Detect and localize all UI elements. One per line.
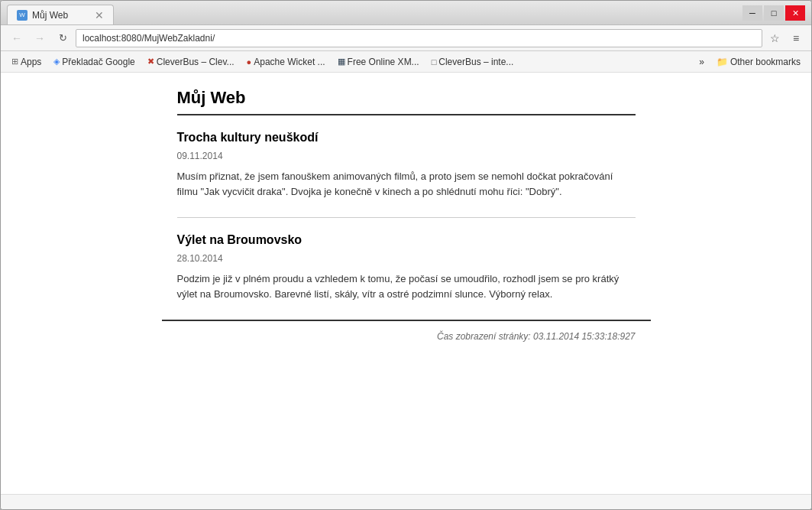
page-content: Můj Web Trocha kultury neuškodí 09.11.20… [1, 73, 811, 494]
chrome-menu-button[interactable]: ≡ [787, 29, 805, 47]
cleverbus2-icon: □ [432, 57, 437, 67]
bookmarks-bar: ⊞ Apps ◈ Překladač Google ✖ CleverBus – … [1, 51, 811, 73]
bookmark-cleverbus1-label: CleverBus – Clev... [157, 57, 235, 67]
bookmark-wicket-label: Apache Wicket ... [254, 57, 325, 67]
forward-button[interactable]: → [30, 29, 50, 47]
article-2: Výlet na Broumovsko 28.10.2014 Podzim je… [177, 233, 636, 301]
article-divider-1 [177, 217, 636, 218]
article-1-body: Musím přiznat, že jsem fanouškem animova… [177, 169, 636, 199]
back-button[interactable]: ← [7, 29, 27, 47]
article-1-title: Trocha kultury neuškodí [177, 131, 636, 145]
bookmark-cleverbus1[interactable]: ✖ CleverBus – Clev... [143, 55, 239, 69]
bookmark-cleverbus2-label: CleverBus – inte... [438, 57, 513, 67]
bookmark-translate[interactable]: ◈ Překladač Google [49, 55, 139, 69]
status-bar [1, 494, 811, 509]
bookmark-cleverbus2[interactable]: □ CleverBus – inte... [427, 55, 519, 69]
bookmark-xml-label: Free Online XM... [348, 57, 419, 67]
bookmark-star-button[interactable]: ☆ [765, 29, 784, 47]
navigation-bar: ← → ↻ ☆ ≡ [1, 25, 811, 51]
article-1-date: 09.11.2014 [177, 151, 636, 161]
cleverbus1-icon: ✖ [147, 57, 154, 67]
tab-favicon: W [17, 10, 27, 21]
bookmark-translate-label: Překladač Google [62, 57, 134, 67]
address-bar[interactable] [76, 29, 762, 47]
bookmark-wicket[interactable]: ● Apache Wicket ... [242, 55, 330, 69]
article-2-title: Výlet na Broumovsko [177, 233, 636, 247]
footer-timestamp: Čas zobrazení stránky: 03.11.2014 15:33:… [437, 331, 636, 342]
close-button[interactable]: ✕ [785, 5, 805, 21]
reload-button[interactable]: ↻ [53, 29, 73, 47]
browser-tab[interactable]: W Můj Web ✕ [7, 5, 114, 24]
xml-icon: ▦ [338, 57, 345, 67]
article-2-date: 28.10.2014 [177, 253, 636, 264]
other-bookmarks-label: Other bookmarks [730, 57, 801, 67]
article-2-body: Podzim je již v plném proudu a vzhledem … [177, 271, 636, 301]
minimize-button[interactable]: ─ [742, 5, 762, 21]
title-bar: W Můj Web ✕ ─ □ ✕ [1, 1, 811, 25]
content-inner: Můj Web Trocha kultury neuškodí 09.11.20… [162, 88, 651, 301]
bookmark-apps[interactable]: ⊞ Apps [7, 55, 46, 69]
more-bookmarks-button[interactable]: » [694, 55, 709, 69]
folder-icon: 📁 [717, 57, 728, 67]
maximize-button[interactable]: □ [764, 5, 784, 21]
translate-icon: ◈ [53, 57, 60, 67]
bookmark-apps-label: Apps [21, 57, 41, 67]
bookmark-xml[interactable]: ▦ Free Online XM... [333, 55, 424, 69]
page-footer: Čas zobrazení stránky: 03.11.2014 15:33:… [162, 320, 651, 350]
site-title: Můj Web [177, 88, 636, 115]
article-1: Trocha kultury neuškodí 09.11.2014 Musím… [177, 131, 636, 199]
other-bookmarks[interactable]: 📁 Other bookmarks [712, 55, 805, 69]
browser-window: W Můj Web ✕ ─ □ ✕ ← → ↻ ☆ ≡ ⊞ Apps ◈ Pře… [0, 0, 812, 510]
tab-label: Můj Web [32, 10, 90, 21]
window-controls: ─ □ ✕ [742, 5, 805, 21]
apps-icon: ⊞ [11, 57, 18, 67]
tab-close-button[interactable]: ✕ [95, 10, 104, 21]
wicket-icon: ● [247, 57, 252, 67]
